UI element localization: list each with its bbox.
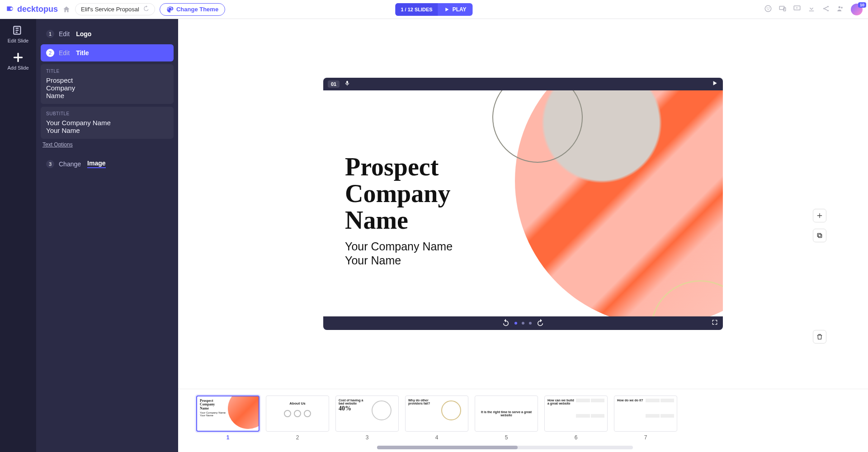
slide-thumb[interactable]: It is the right time to serve a great we… <box>475 396 538 452</box>
svg-point-12 <box>841 6 843 8</box>
placeholder-block <box>576 399 590 402</box>
edit-slide-button[interactable]: Edit Slide <box>8 24 28 43</box>
placeholder-block <box>660 399 675 402</box>
slide-thumb[interactable]: How can we build a great website 6 <box>544 396 608 452</box>
delete-button[interactable] <box>813 330 826 344</box>
step-target: Image <box>87 160 105 168</box>
step-target: Title <box>76 49 89 56</box>
thumb-index: 4 <box>435 434 439 441</box>
thumb-index: 3 <box>366 434 369 441</box>
mic-icon[interactable] <box>344 80 350 88</box>
svg-point-10 <box>827 10 829 11</box>
slide-title-text[interactable]: Prospect Company Name <box>345 154 450 233</box>
placeholder-block <box>576 414 590 418</box>
layout-dot[interactable] <box>514 322 517 325</box>
play-icon <box>444 7 450 12</box>
panel-row-logo[interactable]: 1 Edit Logo <box>41 25 174 42</box>
present-icon[interactable] <box>793 5 801 14</box>
add-element-button[interactable] <box>813 209 826 222</box>
slide-thumb[interactable]: How do we do it? 7 <box>614 396 677 452</box>
slide-thumb[interactable]: About Us 2 <box>266 396 329 452</box>
copy-icon <box>816 232 823 239</box>
slide-counter[interactable]: 1 / 12 SLIDES <box>395 3 438 16</box>
title-field-label: TITLE <box>46 69 168 74</box>
placeholder-block <box>646 414 660 418</box>
share-icon[interactable] <box>822 5 830 14</box>
subtitle-input[interactable]: Your Company Name Your Name <box>46 119 168 134</box>
thumb-index: 2 <box>296 434 299 441</box>
prev-layout-icon[interactable] <box>502 318 510 328</box>
history-icon[interactable] <box>143 5 149 13</box>
topbar-actions: 10 <box>764 4 863 15</box>
layout-dot[interactable] <box>529 322 532 325</box>
title-field[interactable]: TITLE Prospect Company Name <box>41 64 174 104</box>
slide-body[interactable]: Prospect Company Name Your Company Name … <box>323 90 723 316</box>
circle-icon <box>294 410 301 417</box>
slide-thumb[interactable]: Why do other providers fail? 4 <box>405 396 468 452</box>
brand-logo[interactable]: decktopus <box>5 5 58 14</box>
slide-thumb[interactable]: Cost of having a bad website 40% 3 <box>335 396 399 452</box>
svg-rect-15 <box>817 233 821 236</box>
title-input[interactable]: Prospect Company Name <box>46 76 168 99</box>
play-button[interactable]: PLAY <box>438 3 473 16</box>
layout-dot[interactable] <box>522 322 524 325</box>
circle-icon <box>304 410 311 417</box>
slide-thumb[interactable]: Prospect Company Name Your Company Name … <box>196 396 259 452</box>
editor-panel: 1 Edit Logo 2 Edit Title TITLE Prospect … <box>36 19 178 452</box>
edit-slide-label: Edit Slide <box>8 38 28 43</box>
slide-subtitle-text[interactable]: Your Company Name Your Name <box>345 240 453 268</box>
svg-point-1 <box>765 5 771 12</box>
download-icon[interactable] <box>807 5 816 14</box>
svg-point-0 <box>10 7 13 9</box>
thumb-scrollbar-handle[interactable] <box>377 446 518 449</box>
fullscreen-icon[interactable] <box>711 319 718 328</box>
plus-icon <box>12 52 24 63</box>
subtitle-field-label: SUBTITLE <box>46 111 168 116</box>
thumb-scrollbar[interactable] <box>377 446 633 449</box>
duplicate-button[interactable] <box>813 229 826 242</box>
thumbnail-strip: Prospect Company Name Your Company Name … <box>178 389 868 452</box>
subtitle-field[interactable]: SUBTITLE Your Company Name Your Name <box>41 107 174 139</box>
next-layout-icon[interactable] <box>536 318 544 328</box>
slide-chrome-top: 01 <box>323 78 723 90</box>
collaborators-icon[interactable] <box>836 5 844 14</box>
palette-icon <box>166 6 174 13</box>
add-slide-label: Add Slide <box>7 65 28 71</box>
thumb-index: 7 <box>644 434 647 441</box>
stage: 01 Prospect Company Name Your Company Na… <box>178 19 868 389</box>
text-options-link[interactable]: Text Options <box>42 141 172 148</box>
thumb-title: How can we build a great website <box>547 399 576 428</box>
placeholder-block <box>660 414 675 418</box>
circle-icon <box>441 400 461 420</box>
panel-row-title[interactable]: 2 Edit Title <box>41 44 174 61</box>
svg-point-9 <box>827 6 829 7</box>
slide-play-icon[interactable] <box>711 80 718 89</box>
slide-frame: 01 Prospect Company Name Your Company Na… <box>323 78 723 330</box>
thumb-title: About Us <box>269 401 326 405</box>
devices-icon[interactable] <box>778 5 787 14</box>
theme-colors-icon[interactable] <box>764 5 772 14</box>
avatar-badge: 10 <box>858 2 866 8</box>
trash-icon <box>816 333 823 340</box>
step-number: 3 <box>46 160 54 168</box>
document-title-chip[interactable]: Elif's Service Proposal <box>75 3 155 15</box>
svg-rect-14 <box>818 234 821 237</box>
step-lead: Edit <box>59 49 70 56</box>
edit-slide-icon <box>12 24 24 36</box>
thumb-title: It is the right time to serve a great we… <box>478 410 535 417</box>
placeholder-block <box>646 399 660 402</box>
topbar: decktopus Elif's Service Proposal Change… <box>0 0 868 19</box>
slide-chrome-bottom <box>323 316 723 330</box>
canvas-area: 01 Prospect Company Name Your Company Na… <box>178 19 868 452</box>
panel-row-image[interactable]: 3 Change Image <box>41 155 174 173</box>
avatar[interactable]: 10 <box>851 4 863 15</box>
thumb-title: How do we do it? <box>617 399 646 428</box>
add-slide-button[interactable]: Add Slide <box>7 52 28 71</box>
thumb-title: Cost of having a bad website <box>339 399 367 405</box>
left-rail: Edit Slide Add Slide <box>0 19 36 452</box>
home-icon[interactable] <box>62 5 71 14</box>
placeholder-block <box>591 399 605 402</box>
change-theme-button[interactable]: Change Theme <box>160 3 225 16</box>
main: Edit Slide Add Slide 1 Edit Logo 2 Edit … <box>0 19 868 452</box>
brand-mark-icon <box>5 5 14 14</box>
